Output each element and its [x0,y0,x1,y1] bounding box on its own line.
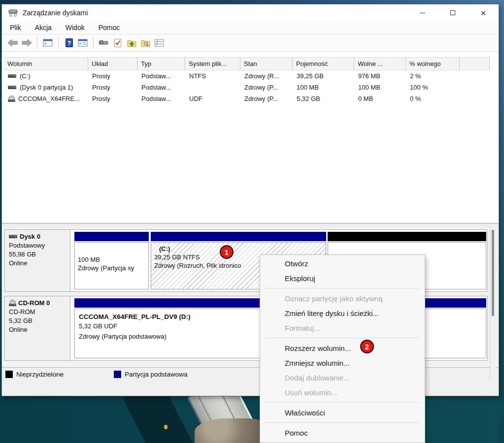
menu-item-usun-wolumin: Usuń wolumin... [260,385,425,400]
menu-bar: Plik Akcja Widok Pomoc [2,21,499,34]
menu-item-otworz[interactable]: Otwórz [260,256,425,271]
system-partition[interactable]: 100 MB Zdrowy (Partycja sy [74,232,149,289]
disk0-panel[interactable]: Dysk 0 Podstawowy 55,98 GB Online [5,230,70,291]
svg-text:?: ? [67,39,71,47]
title-bar[interactable]: Zarządzanie dyskami × [2,4,499,21]
cell-status: Zdrowy (P... [240,82,293,93]
menu-pomoc[interactable]: Pomoc [92,22,127,33]
column-header-uklad[interactable]: Układ [88,58,137,70]
maximize-button[interactable] [437,4,468,21]
unallocated-bar [328,232,486,241]
disk0-size: 55,98 GB [9,251,70,258]
folder-up-arrow-icon [127,39,136,47]
menu-plik[interactable]: Plik [3,22,28,33]
folder-search-button[interactable] [138,36,152,49]
menu-item-formatuj: Formatuj... [260,320,425,335]
cell-filesystem [185,82,240,93]
cell-capacity: 5,32 GB [293,93,354,104]
column-header-stan[interactable]: Stan [240,58,293,70]
check-document-button[interactable] [111,36,125,49]
volume-row-dysk0-partycja1[interactable]: (Dysk 0 partycja 1) Prosty Podstaw... Zd… [4,82,490,93]
disk-management-app-icon [8,9,18,17]
back-button[interactable] [6,36,20,49]
cdrom-size: 5,32 GB [9,317,70,324]
column-header-pojemnosc[interactable]: Pojemność [293,58,354,70]
cell-volume: CCCOMA_X64FRE... [18,95,80,102]
close-button[interactable]: × [468,4,499,21]
menu-separator [265,288,420,288]
menu-separator [265,338,420,338]
cell-volume: (C:) [20,72,31,80]
cell-free-pct: 100 % [406,82,460,93]
menu-item-eksploruj[interactable]: Eksploruj [260,271,425,285]
help-icon: ? [66,38,73,47]
window-title: Zarządzanie dyskami [23,9,88,17]
cell-free: 100 MB [354,82,406,93]
task-list-button[interactable] [152,36,166,49]
folder-up-button[interactable] [125,36,138,49]
cell-capacity: 39,25 GB [293,70,354,82]
cell-free-pct: 2 % [406,70,460,82]
wallpaper-buoy [164,425,168,429]
primary-partition-bar [151,232,326,241]
minimize-icon [420,13,425,13]
volume-list-header: Wolumin Układ Typ System plik... Stan Po… [4,57,490,70]
cdrom-panel[interactable]: CD-ROM 0 CD-ROM 5,32 GB Online [5,296,70,360]
context-menu: Otwórz Eksploruj Oznacz partycję jako ak… [260,254,425,443]
rescan-disks-icon [99,39,109,46]
cell-free-pct: 0 % [406,93,460,104]
menu-item-oznacz-partycje: Oznacz partycję jako aktywną [260,291,425,306]
menu-item-zmien-litere[interactable]: Zmień literę dysku i ścieżki... [260,306,425,320]
cd-drive-icon [8,95,15,102]
column-header-wolne[interactable]: Wolne ... [354,58,406,70]
c-partition-name: (C:) [154,245,325,253]
column-header-typ[interactable]: Typ [137,58,185,70]
menu-item-pomoc[interactable]: Pomoc [260,425,425,440]
back-arrow-icon [7,39,18,47]
toolbar-separator [37,37,37,48]
annotation-badge-1: 1 [220,245,234,259]
cell-volume: (Dysk 0 partycja 1) [20,84,73,91]
cdrom-type: CD-ROM [9,308,70,316]
volume-row-cccoma[interactable]: CCCOMA_X64FRE... Prosty Podstaw... UDF Z… [4,93,490,104]
scrollbar-thumb[interactable] [492,230,494,316]
volume-list: Wolumin Układ Typ System plik... Stan Po… [4,57,490,104]
toolbar-separator [58,37,59,48]
menu-item-rozszerz-wolumin[interactable]: Rozszerz wolumin... [260,341,425,355]
show-console-tree-button[interactable] [41,36,55,49]
show-action-pane-button[interactable] [76,36,90,49]
menu-akcja[interactable]: Akcja [28,22,59,33]
cell-status: Zdrowy (P... [240,93,293,104]
volume-row-c[interactable]: (C:) Prosty Podstaw... NTFS Zdrowy (R...… [4,70,490,82]
system-partition-size: 100 MB [78,255,147,264]
cell-free: 0 MB [354,93,406,104]
menu-widok[interactable]: Widok [59,22,92,33]
cell-status: Zdrowy (R... [240,70,293,82]
menu-separator [265,402,420,403]
forward-button[interactable] [20,36,34,49]
column-header-system-plik[interactable]: System plik... [185,58,240,70]
legend-swatch-unallocated [5,371,13,378]
menu-item-zmniejsz-wolumin[interactable]: Zmniejsz wolumin... [260,355,425,370]
check-document-icon [114,38,122,48]
cdrom-name: CD-ROM 0 [18,299,50,307]
cell-type: Podstaw... [137,70,185,82]
action-pane-icon [78,39,88,47]
cell-filesystem: UDF [185,93,240,104]
primary-partition-bar [74,232,149,241]
column-header-wolumin[interactable]: Wolumin [4,58,88,70]
minimize-button[interactable] [407,4,437,21]
menu-item-wlasciwosci[interactable]: Właściwości [260,405,425,420]
column-header-filler [460,58,490,70]
help-button[interactable]: ? [62,36,76,49]
column-header-procent-wolnego[interactable]: % wolnego [406,58,460,70]
drive-icon [8,74,16,78]
disk0-status: Online [9,259,70,267]
maximize-icon [450,10,455,15]
disk0-type: Podstawowy [9,242,70,249]
rescan-disks-button[interactable] [97,36,111,49]
vertical-scrollbar[interactable] [490,227,496,380]
cell-capacity: 100 MB [293,82,354,93]
cell-layout: Prosty [88,82,137,93]
cell-type: Podstaw... [137,82,185,93]
